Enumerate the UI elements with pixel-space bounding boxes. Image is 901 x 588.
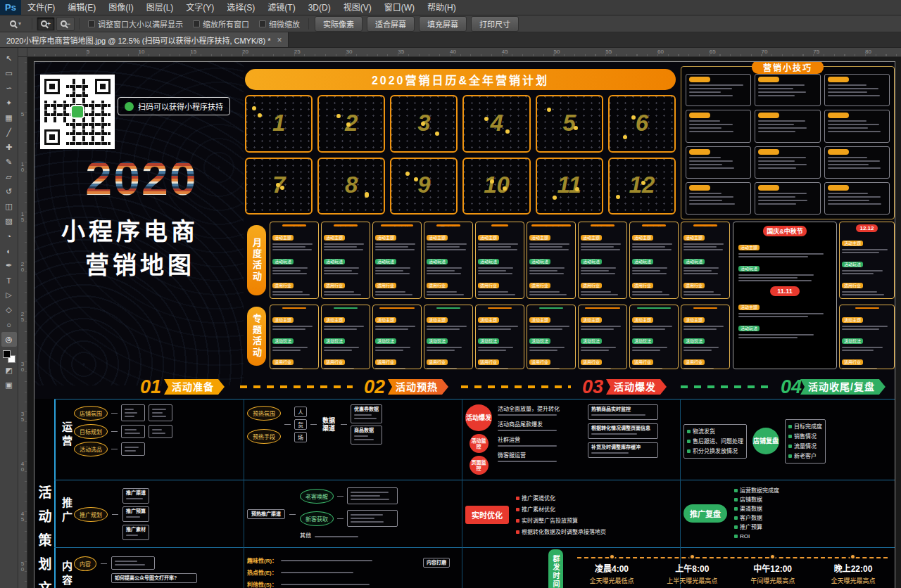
calendar-month-5: 5: [536, 95, 603, 153]
text-line: [581, 294, 618, 295]
row-label-1: 推广: [60, 497, 74, 525]
text-line: [828, 167, 881, 169]
text-line: [478, 273, 512, 274]
flow-item-text: 销售情况: [794, 433, 817, 440]
menubar-item-7[interactable]: 3D(D): [302, 0, 337, 15]
tool-hand[interactable]: ○: [1, 317, 17, 332]
text-line: [427, 291, 457, 293]
flow-boxes: 推广渠道推广预算推广素材: [122, 488, 149, 540]
flow-box: 推广素材: [122, 525, 149, 540]
tool-brush[interactable]: ✎: [1, 155, 17, 170]
tip-label: [689, 77, 710, 82]
quick-mask-button[interactable]: ◩: [1, 363, 17, 378]
tab-close-icon[interactable]: ×: [277, 35, 282, 45]
color-swatches[interactable]: [3, 350, 15, 363]
menubar-item-9[interactable]: 窗口(W): [378, 0, 421, 15]
menubar-item-8[interactable]: 视图(V): [337, 0, 378, 15]
tool-history-brush[interactable]: ↺: [1, 184, 17, 199]
text-line: [828, 157, 868, 158]
text-line: [324, 270, 352, 271]
menubar-item-0[interactable]: 文件(F): [21, 0, 61, 15]
qr-module: [63, 113, 66, 116]
options-button-0[interactable]: 实际像素: [315, 16, 363, 32]
card-tag: 活动玩法: [272, 333, 316, 352]
tool-gradient[interactable]: ▨: [1, 214, 17, 229]
flow-row: 预热氛围 预热手段 人货场 数据渠道 优惠券数据 商品数据: [247, 404, 458, 445]
tool-eyedropper[interactable]: ╱: [1, 125, 17, 140]
checkbox-box[interactable]: [259, 20, 266, 27]
card-title: 开学季: [693, 224, 717, 226]
option-checkbox-0[interactable]: 调整窗口大小以满屏显示: [88, 18, 183, 30]
tag-label: 活动主题: [581, 317, 602, 323]
card-tag: 适用行业: [375, 277, 419, 297]
special-cards-row: 年货节活动主题活动玩法适用行业女王节活动主题活动玩法适用行业白色情人节活动主题活…: [270, 305, 730, 369]
tool-blur[interactable]: ◔: [1, 229, 17, 243]
tool-wand[interactable]: ✦: [1, 96, 17, 110]
menubar-item-6[interactable]: 滤镜(T): [261, 0, 301, 15]
event-dot: [276, 183, 280, 187]
card-tag: 适用行业: [427, 354, 470, 369]
qr-module: [101, 142, 104, 145]
text-line: [632, 326, 672, 327]
menubar-item-2[interactable]: 图像(I): [102, 0, 139, 15]
canvas-area[interactable]: 扫码可以获得小程序扶持 2020 小程序电商 营销地图 2020营销日历&全年营…: [27, 57, 901, 588]
card-title: 父亲节: [488, 307, 512, 309]
text-line: [842, 368, 877, 369]
tool-eraser[interactable]: ◫: [1, 199, 17, 214]
option-checkbox-1[interactable]: 缩放所有窗口: [193, 18, 249, 30]
text-line: [581, 246, 614, 248]
menubar-item-4[interactable]: 文字(Y): [179, 0, 220, 15]
qr-module: [98, 142, 101, 145]
option-checkbox-2[interactable]: 细微缩放: [259, 18, 300, 30]
qr-module: [44, 117, 47, 120]
text-line: [498, 445, 557, 447]
tip-label: [828, 149, 849, 155]
checkbox-box[interactable]: [193, 20, 200, 27]
menubar-item-1[interactable]: 编辑(E): [61, 0, 102, 15]
tool-crop[interactable]: ▦: [1, 110, 17, 125]
zoom-in-button[interactable]: +: [37, 17, 55, 31]
document-tab[interactable]: 2020小程序电商营销地图.jpg @ 12.5% (扫码可以获得小程序扶持, …: [0, 32, 289, 47]
screen-mode-button[interactable]: ▣: [1, 378, 17, 392]
text-line: [427, 270, 455, 271]
tool-path-select[interactable]: ▷: [1, 288, 17, 302]
zoom-out-button[interactable]: −: [56, 17, 75, 31]
zoom-tool-preset[interactable]: ▾: [3, 17, 28, 31]
options-checkboxes: 调整窗口大小以满屏显示缩放所有窗口细微缩放: [83, 18, 305, 30]
card-title: 儿童节: [539, 307, 563, 309]
card-title: 618年中大促: [531, 224, 570, 226]
text-line: [427, 326, 467, 327]
card-tag: 活动玩法: [375, 333, 419, 352]
menubar-item-10[interactable]: 帮助(H): [421, 0, 462, 15]
tool-dodge[interactable]: ◐: [1, 243, 17, 258]
options-button-3[interactable]: 打印尺寸: [471, 16, 519, 32]
card-tag: 活动玩法: [581, 333, 624, 352]
wechat-icon: [125, 102, 134, 111]
calendar-month-3: 3: [390, 95, 458, 153]
menubar-item-3[interactable]: 图层(L): [140, 0, 180, 15]
tool-healing[interactable]: ✚: [1, 140, 17, 155]
text-line: [632, 350, 660, 351]
checkbox-box[interactable]: [88, 20, 95, 27]
qr-module: [89, 132, 92, 135]
tool-marquee[interactable]: ▭: [1, 66, 17, 81]
tool-shape[interactable]: ◇: [1, 302, 17, 317]
tool-zoom[interactable]: ◎: [1, 332, 17, 347]
text-line: [828, 193, 869, 194]
qr-module: [95, 142, 98, 145]
text-line: [689, 164, 722, 165]
tool-move[interactable]: ↖: [1, 51, 17, 66]
tool-stamp[interactable]: ▱: [1, 170, 17, 184]
menubar-item-5[interactable]: 选择(S): [220, 0, 261, 15]
special-card-3: 白色情人节活动主题活动玩法适用行业: [372, 305, 422, 369]
tool-lasso[interactable]: ∽: [1, 81, 17, 96]
card-tag: 适用行业: [272, 354, 316, 369]
row-divider: [54, 399, 895, 400]
options-button-2[interactable]: 填充屏幕: [419, 16, 467, 32]
monthly-card-6: 618年中大促活动主题活动玩法适用行业: [527, 222, 576, 299]
options-button-1[interactable]: 适合屏幕: [367, 16, 415, 32]
tool-type[interactable]: T: [1, 273, 17, 288]
foreground-color-swatch[interactable]: [3, 350, 11, 358]
flow-box: 内容打磨: [423, 558, 450, 568]
tool-pen[interactable]: ✒: [1, 258, 17, 273]
